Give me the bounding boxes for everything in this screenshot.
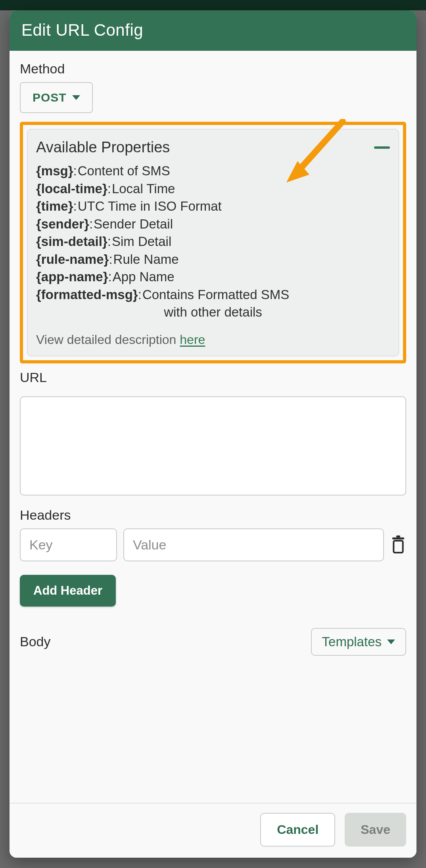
- edit-url-config-dialog: Edit URL Config Method POST Available Pr…: [10, 10, 416, 858]
- properties-footer-text: View detailed description: [36, 332, 180, 347]
- property-desc: Contains Formatted SMS: [142, 286, 289, 304]
- property-key: {sim-detail}: [36, 233, 107, 251]
- property-row: {formatted-msg}: Contains Formatted SMS …: [36, 286, 390, 321]
- property-row: {local-time}: Local Time: [36, 180, 390, 198]
- window-topbar: [0, 0, 426, 10]
- property-desc-line2: with other details: [36, 303, 390, 321]
- url-input[interactable]: [20, 396, 406, 495]
- save-button[interactable]: Save: [345, 813, 406, 847]
- properties-list: {msg}: Content of SMS {local-time}: Loca…: [36, 162, 390, 321]
- properties-footer: View detailed description here: [36, 332, 390, 347]
- property-key: {msg}: [36, 162, 73, 180]
- property-row: {sim-detail}: Sim Detail: [36, 233, 390, 251]
- property-key: {sender}: [36, 215, 89, 233]
- method-label: Method: [20, 61, 406, 77]
- dialog-body: Method POST Available Properties {msg}: …: [10, 51, 416, 803]
- property-key: {time}: [36, 198, 73, 215]
- properties-details-link[interactable]: here: [180, 332, 205, 347]
- property-row: {app-name}: App Name: [36, 268, 390, 286]
- header-row: [20, 528, 406, 561]
- method-dropdown[interactable]: POST: [20, 82, 93, 113]
- body-label: Body: [20, 634, 51, 649]
- svg-rect-2: [393, 541, 403, 553]
- property-key: {formatted-msg}: [36, 286, 138, 304]
- property-desc: Rule Name: [113, 251, 179, 269]
- headers-label: Headers: [20, 507, 406, 523]
- available-properties-title: Available Properties: [36, 139, 170, 156]
- templates-dropdown-label: Templates: [322, 634, 382, 649]
- delete-header-icon[interactable]: [390, 535, 406, 554]
- available-properties-panel: Available Properties {msg}: Content of S…: [27, 129, 399, 356]
- property-desc: Sim Detail: [112, 233, 171, 251]
- collapse-icon: [374, 146, 390, 149]
- property-row: {time}: UTC Time in ISO Format: [36, 198, 390, 215]
- property-row: {sender}: Sender Detail: [36, 215, 390, 233]
- property-desc: Content of SMS: [78, 162, 170, 180]
- property-key: {app-name}: [36, 268, 108, 286]
- method-dropdown-value: POST: [33, 91, 67, 104]
- svg-rect-0: [392, 538, 404, 540]
- svg-rect-1: [396, 536, 400, 538]
- templates-dropdown[interactable]: Templates: [311, 628, 406, 656]
- property-desc: Sender Detail: [94, 215, 173, 233]
- available-properties-header[interactable]: Available Properties: [36, 139, 390, 156]
- chevron-down-icon: [72, 95, 80, 100]
- property-key: {rule-name}: [36, 251, 109, 269]
- property-desc: Local Time: [112, 180, 175, 198]
- body-section-row: Body Templates: [20, 628, 406, 656]
- property-row: {rule-name}: Rule Name: [36, 251, 390, 269]
- url-label: URL: [20, 370, 406, 385]
- property-key: {local-time}: [36, 180, 107, 198]
- property-row: {msg}: Content of SMS: [36, 162, 390, 180]
- header-key-input[interactable]: [20, 528, 117, 561]
- chevron-down-icon: [387, 639, 395, 644]
- dialog-footer: Cancel Save: [10, 803, 416, 858]
- property-desc: UTC Time in ISO Format: [78, 198, 222, 215]
- highlight-annotation-box: Available Properties {msg}: Content of S…: [20, 122, 406, 363]
- dialog-title: Edit URL Config: [10, 10, 416, 51]
- property-desc: App Name: [113, 268, 175, 286]
- add-header-button[interactable]: Add Header: [20, 575, 116, 607]
- header-value-input[interactable]: [123, 528, 384, 561]
- cancel-button[interactable]: Cancel: [260, 813, 335, 847]
